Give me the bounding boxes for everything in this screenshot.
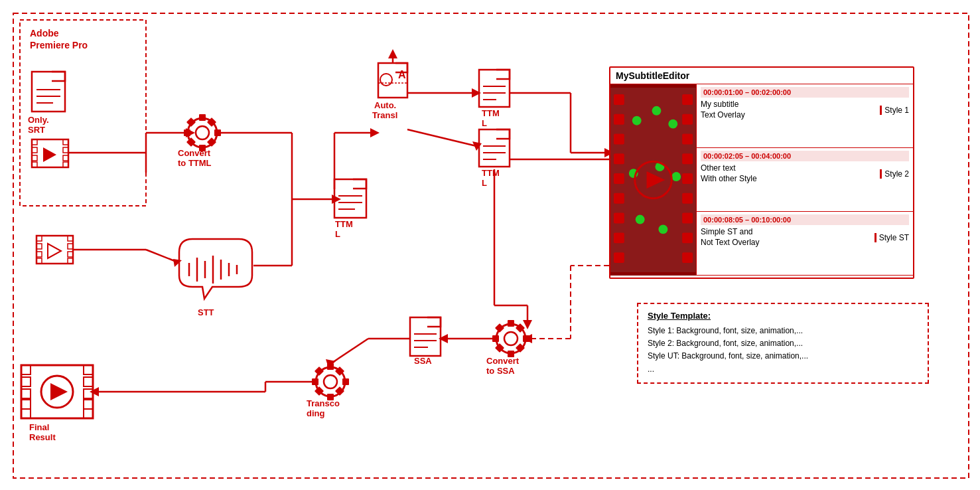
svg-marker-149 [523,334,532,343]
svg-rect-54 [479,70,510,107]
svg-text:Auto.: Auto. [374,100,396,110]
svg-rect-110 [84,377,93,386]
svg-rect-112 [84,400,93,409]
svg-rect-23 [36,252,42,257]
mse-video-preview [610,84,697,276]
svg-rect-179 [682,213,693,224]
svg-marker-151 [439,334,448,343]
mse-rows: 00:00:01:00 – 00:02:00:00 My subtitleTex… [697,84,913,276]
svg-text:TTM: TTM [482,108,500,118]
svg-marker-143 [173,259,182,267]
style-template-box: Style Template: Style 1: Background, fon… [637,303,929,384]
svg-marker-29 [48,244,61,258]
svg-rect-15 [63,139,68,145]
mse-row-2-text: Other textWith other Style [701,163,757,184]
svg-point-92 [324,375,337,388]
svg-rect-74 [410,317,441,356]
style-template-item-2: Style 2: Background, font, size, animati… [648,337,918,350]
svg-rect-97 [315,367,324,376]
svg-rect-60 [479,129,510,167]
svg-rect-35 [214,129,221,136]
svg-rect-172 [614,252,624,263]
svg-marker-128 [370,128,380,137]
svg-line-153 [330,339,368,364]
mse-title: MySubtitleEditor [610,68,913,84]
svg-rect-86 [516,323,525,333]
svg-rect-84 [523,335,529,342]
svg-rect-168 [614,173,624,184]
svg-marker-130 [472,88,481,98]
svg-rect-82 [508,351,514,357]
svg-marker-115 [50,383,68,400]
mse-row-2-time: 00:00:02:05 – 00:04:00:00 [701,151,909,161]
svg-rect-4 [32,72,65,112]
svg-rect-105 [21,377,31,386]
mse-row-1: 00:00:01:00 – 00:02:00:00 My subtitleTex… [697,84,913,148]
svg-rect-85 [495,323,504,333]
svg-rect-167 [614,153,624,164]
svg-rect-24 [36,258,42,264]
svg-rect-32 [199,114,206,121]
svg-text:Transcо: Transcо [307,398,340,408]
svg-rect-169 [614,193,624,204]
svg-rect-16 [63,147,68,153]
svg-marker-121 [186,128,195,137]
svg-point-184 [668,120,677,129]
svg-point-189 [658,224,667,234]
svg-rect-22 [36,244,42,249]
mse-row-3-text: Simple ST andNot Text Overlay [701,227,759,248]
svg-rect-106 [21,389,31,398]
diagram: Adobe Premiere Pro Only. SRT [0,0,980,490]
svg-rect-177 [682,173,693,184]
svg-rect-11 [32,139,37,145]
svg-rect-38 [186,137,196,147]
mse-row-3-style: Style ST [875,233,909,242]
svg-marker-154 [326,359,336,368]
svg-rect-113 [84,409,93,418]
svg-rect-88 [516,343,525,353]
svg-text:A: A [398,69,406,80]
svg-rect-42 [334,179,366,218]
svg-point-187 [671,172,681,181]
svg-rect-12 [32,147,37,153]
svg-rect-95 [312,378,318,385]
mse-row-1-text: My subtitleText Overlay [701,100,745,120]
svg-rect-26 [68,244,73,249]
svg-marker-19 [43,147,56,162]
svg-point-91 [316,367,345,396]
svg-point-183 [652,106,662,116]
svg-rect-164 [614,94,624,105]
svg-text:Final: Final [29,422,49,432]
svg-rect-176 [682,153,693,164]
svg-rect-1 [20,20,146,206]
svg-text:to TTML: to TTML [178,158,212,168]
svg-rect-36 [186,118,196,127]
svg-rect-18 [63,162,68,167]
svg-text:Premiere Pro: Premiere Pro [30,40,88,50]
svg-rect-100 [335,386,344,396]
svg-rect-21 [36,236,42,241]
svg-rect-81 [508,320,514,327]
svg-rect-25 [68,236,73,241]
svg-rect-173 [682,94,693,105]
style-template-item-1: Style 1: Background, font, size, animati… [648,325,918,337]
svg-text:to SSA: to SSA [486,366,515,376]
svg-text:Convert: Convert [178,148,211,158]
svg-rect-180 [682,232,693,243]
svg-rect-104 [21,365,31,374]
svg-rect-14 [32,162,37,167]
svg-rect-166 [614,134,624,145]
svg-point-182 [632,116,642,125]
svg-text:Convert: Convert [486,356,520,366]
svg-rect-10 [32,139,68,167]
svg-text:SRT: SRT [28,125,45,135]
svg-text:ding: ding [307,408,324,418]
svg-text:SSA: SSA [414,356,432,366]
svg-text:Only.: Only. [28,115,49,125]
svg-rect-171 [614,232,624,243]
svg-rect-178 [682,193,693,204]
svg-text:Adobe: Adobe [30,28,59,39]
mse-row-1-style: Style 1 [880,106,909,115]
svg-point-31 [196,126,209,139]
svg-text:Transl: Transl [372,110,397,120]
